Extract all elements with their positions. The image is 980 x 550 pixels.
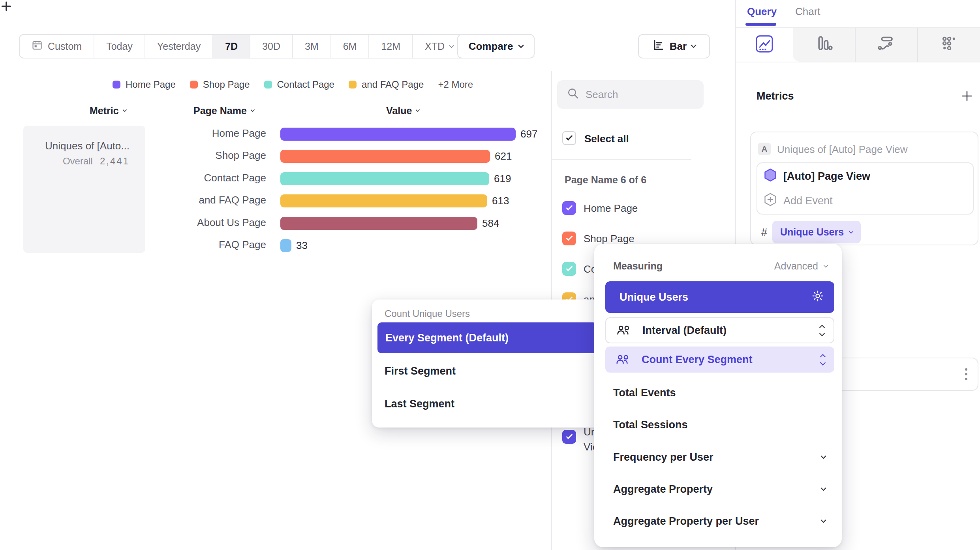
measuring-title: Measuring (613, 260, 663, 272)
column-header-value[interactable]: Value (386, 104, 419, 118)
chart-type-funnel[interactable] (793, 28, 855, 62)
bar-label: About Us Page (142, 217, 266, 229)
chevron-down-icon (449, 43, 454, 48)
metric-badge: A (758, 143, 771, 155)
chart-type-insights-active[interactable] (736, 28, 793, 62)
sort-chevron-icon (122, 107, 127, 112)
check-icon (566, 204, 573, 211)
range-3m[interactable]: 3M (293, 35, 331, 58)
bar[interactable] (280, 239, 291, 252)
check-icon (566, 265, 573, 271)
legend-item[interactable]: and FAQ Page (349, 79, 424, 90)
search-icon (567, 87, 579, 102)
bar-label: Contact Page (142, 172, 266, 184)
sort-chevron-icon (250, 107, 255, 112)
chart-type-toolbar (736, 28, 980, 62)
measure-selector[interactable]: Unique Users (772, 221, 861, 243)
segment-group-label: Page Name 6 of 6 (565, 174, 646, 186)
range-12m[interactable]: 12M (369, 35, 413, 58)
range-custom[interactable]: Custom (20, 35, 94, 58)
chart-type-flow[interactable] (855, 28, 918, 62)
metric-card[interactable]: A Uniques of [Auto] Page View [Auto] Pag… (750, 132, 978, 245)
measuring-item-aggregate-property-per-user[interactable]: Aggregate Property per User (613, 515, 826, 527)
segment-label: Home Page (584, 202, 638, 215)
divider (552, 159, 691, 160)
legend-item[interactable]: Contact Page (264, 79, 334, 90)
bar[interactable] (280, 217, 477, 230)
overall-label: Overall (63, 156, 93, 167)
count-option[interactable]: First Segment (385, 365, 456, 377)
bar[interactable] (280, 194, 487, 207)
segment-checkbox[interactable] (562, 232, 576, 245)
column-header-metric[interactable]: Metric (90, 104, 126, 118)
hash-symbol: # (761, 226, 767, 239)
chart-view-selector[interactable]: Bar (638, 34, 710, 58)
chart-view-label: Bar (670, 40, 687, 53)
select-all-label: Select all (584, 133, 629, 145)
legend-more[interactable]: +2 More (438, 79, 473, 90)
segment-checkbox[interactable] (562, 201, 576, 215)
legend-swatch (190, 81, 198, 89)
bar[interactable] (280, 172, 489, 185)
compare-button[interactable]: Compare (457, 34, 535, 58)
legend-item[interactable]: Shop Page (190, 79, 250, 90)
check-icon (566, 433, 573, 439)
measuring-option-count-every-segment[interactable]: Count Every Segment (605, 347, 834, 373)
chevron-down-icon (849, 229, 854, 234)
bar-value: 697 (520, 128, 537, 140)
measuring-item-aggregate-property[interactable]: Aggregate Property (613, 483, 826, 495)
metrics-header: Metrics (757, 90, 794, 102)
range-today[interactable]: Today (94, 35, 145, 58)
count-dropdown: Count Unique Users Every Segment (Defaul… (372, 299, 603, 428)
bar-value: 584 (482, 217, 499, 230)
kebab-menu-icon[interactable] (965, 368, 967, 380)
stepper-icon[interactable] (821, 355, 825, 365)
range-yesterday[interactable]: Yesterday (145, 35, 213, 58)
event-box: [Auto] Page View Add Event (757, 162, 974, 215)
bar-value: 621 (495, 150, 512, 162)
segment-checkbox[interactable] (562, 430, 576, 444)
count-option-selected[interactable]: Every Segment (Default) (377, 322, 597, 353)
advanced-toggle[interactable]: Advanced (774, 260, 828, 272)
measuring-option-unique-users-selected[interactable]: Unique Users (605, 281, 834, 313)
count-option[interactable]: Last Segment (385, 398, 454, 410)
segment-checkbox[interactable] (562, 262, 576, 276)
bar-value: 33 (296, 239, 308, 252)
measure-label: Unique Users (780, 226, 844, 238)
range-30d[interactable]: 30D (250, 35, 293, 58)
column-header-page-name[interactable]: Page Name (193, 104, 254, 118)
select-all-checkbox[interactable] (562, 131, 576, 145)
overall-value: 2,441 (100, 156, 130, 167)
search-placeholder: Search (586, 89, 618, 101)
measuring-item-total-sessions[interactable]: Total Sessions (613, 419, 826, 431)
legend-swatch (349, 81, 357, 89)
bar-value: 619 (494, 173, 511, 185)
add-event-button[interactable]: Add Event (764, 192, 833, 209)
legend-item[interactable]: Home Page (113, 79, 176, 90)
advanced-label: Advanced (774, 260, 818, 272)
measuring-item-frequency-per-user[interactable]: Frequency per User (613, 451, 826, 463)
stepper-icon[interactable] (820, 326, 824, 335)
measuring-item-total-events[interactable]: Total Events (613, 387, 826, 399)
search-input[interactable]: Search (557, 80, 704, 109)
chart-type-retention[interactable] (917, 28, 980, 62)
add-metric-button[interactable] (960, 89, 974, 104)
gear-icon[interactable] (811, 290, 824, 305)
check-icon (566, 234, 573, 241)
chevron-down-icon (820, 517, 827, 524)
add-event-label: Add Event (783, 195, 833, 207)
bar-label: FAQ Page (142, 239, 266, 251)
event-row[interactable]: [Auto] Page View (764, 168, 870, 185)
insights-line-chart-icon (754, 34, 775, 56)
metric-summary-card[interactable]: Uniques of [Auto... Overall 2,441 (23, 126, 145, 253)
add-breakdown-button[interactable] (0, 0, 13, 14)
tab-query[interactable]: Query (747, 6, 777, 18)
bar[interactable] (280, 150, 490, 163)
bar[interactable] (280, 128, 516, 141)
bar-label: Shop Page (142, 149, 266, 162)
range-6m[interactable]: 6M (331, 35, 370, 58)
tab-chart[interactable]: Chart (795, 6, 820, 18)
sort-chevron-icon (416, 107, 420, 112)
range-7d[interactable]: 7D (213, 35, 250, 58)
measuring-option-interval-default-[interactable]: Interval (Default) (605, 317, 834, 343)
